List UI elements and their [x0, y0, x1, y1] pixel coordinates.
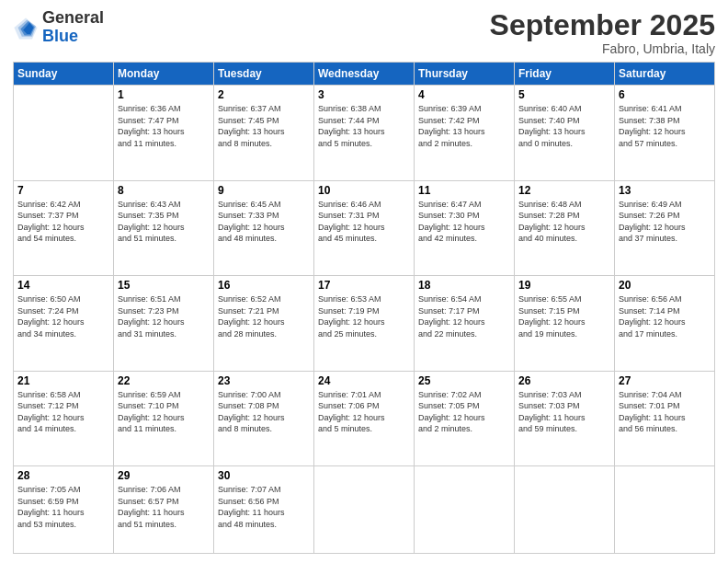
day-number: 15 — [118, 279, 210, 292]
day-number: 5 — [518, 88, 610, 101]
table-row: 30Sunrise: 7:07 AM Sunset: 6:56 PM Dayli… — [214, 466, 314, 554]
day-number: 18 — [418, 279, 510, 292]
table-row: 6Sunrise: 6:41 AM Sunset: 7:38 PM Daylig… — [615, 86, 715, 180]
logo: General Blue — [13, 9, 104, 46]
calendar-header-row: Sunday Monday Tuesday Wednesday Thursday… — [14, 63, 715, 86]
table-row: 19Sunrise: 6:55 AM Sunset: 7:15 PM Dayli… — [515, 276, 615, 371]
col-wednesday: Wednesday — [314, 63, 415, 86]
table-row: 29Sunrise: 7:06 AM Sunset: 6:57 PM Dayli… — [114, 466, 214, 554]
table-row: 27Sunrise: 7:04 AM Sunset: 7:01 PM Dayli… — [615, 371, 715, 465]
day-info: Sunrise: 6:37 AM Sunset: 7:45 PM Dayligh… — [218, 103, 310, 149]
day-info: Sunrise: 6:41 AM Sunset: 7:38 PM Dayligh… — [619, 103, 711, 149]
table-row: 2Sunrise: 6:37 AM Sunset: 7:45 PM Daylig… — [214, 86, 314, 180]
day-info: Sunrise: 6:45 AM Sunset: 7:33 PM Dayligh… — [218, 199, 310, 245]
day-number: 22 — [118, 374, 210, 387]
col-thursday: Thursday — [415, 63, 515, 86]
table-row: 1Sunrise: 6:36 AM Sunset: 7:47 PM Daylig… — [114, 86, 214, 180]
day-info: Sunrise: 7:03 AM Sunset: 7:03 PM Dayligh… — [518, 389, 610, 435]
day-info: Sunrise: 6:40 AM Sunset: 7:40 PM Dayligh… — [518, 103, 610, 149]
logo-icon — [13, 15, 39, 40]
day-info: Sunrise: 6:52 AM Sunset: 7:21 PM Dayligh… — [218, 293, 310, 339]
day-number: 3 — [318, 88, 410, 101]
table-row: 4Sunrise: 6:39 AM Sunset: 7:42 PM Daylig… — [415, 86, 515, 180]
day-number: 26 — [518, 374, 610, 387]
col-friday: Friday — [515, 63, 615, 86]
day-number: 30 — [218, 469, 310, 482]
day-info: Sunrise: 6:49 AM Sunset: 7:26 PM Dayligh… — [619, 199, 711, 245]
table-row: 24Sunrise: 7:01 AM Sunset: 7:06 PM Dayli… — [314, 371, 415, 465]
day-info: Sunrise: 6:42 AM Sunset: 7:37 PM Dayligh… — [17, 199, 109, 245]
table-row — [314, 466, 415, 554]
day-number: 6 — [619, 88, 711, 101]
page-header: General Blue September 2025 Fabro, Umbri… — [13, 9, 715, 56]
table-row — [415, 466, 515, 554]
day-info: Sunrise: 6:56 AM Sunset: 7:14 PM Dayligh… — [619, 293, 711, 339]
day-info: Sunrise: 6:55 AM Sunset: 7:15 PM Dayligh… — [518, 293, 610, 339]
day-info: Sunrise: 6:38 AM Sunset: 7:44 PM Dayligh… — [318, 103, 410, 149]
day-info: Sunrise: 6:58 AM Sunset: 7:12 PM Dayligh… — [17, 389, 109, 435]
month-title: September 2025 — [490, 9, 715, 41]
day-number: 4 — [418, 88, 510, 101]
table-row: 23Sunrise: 7:00 AM Sunset: 7:08 PM Dayli… — [214, 371, 314, 465]
table-row: 26Sunrise: 7:03 AM Sunset: 7:03 PM Dayli… — [515, 371, 615, 465]
table-row: 11Sunrise: 6:47 AM Sunset: 7:30 PM Dayli… — [415, 180, 515, 275]
table-row: 21Sunrise: 6:58 AM Sunset: 7:12 PM Dayli… — [14, 371, 114, 465]
table-row: 15Sunrise: 6:51 AM Sunset: 7:23 PM Dayli… — [114, 276, 214, 371]
day-number: 19 — [518, 279, 610, 292]
table-row: 8Sunrise: 6:43 AM Sunset: 7:35 PM Daylig… — [114, 180, 214, 275]
day-info: Sunrise: 6:51 AM Sunset: 7:23 PM Dayligh… — [118, 293, 210, 339]
day-info: Sunrise: 6:39 AM Sunset: 7:42 PM Dayligh… — [418, 103, 510, 149]
day-number: 25 — [418, 374, 510, 387]
day-info: Sunrise: 6:59 AM Sunset: 7:10 PM Dayligh… — [118, 389, 210, 435]
table-row: 25Sunrise: 7:02 AM Sunset: 7:05 PM Dayli… — [415, 371, 515, 465]
title-block: September 2025 Fabro, Umbria, Italy — [490, 9, 715, 56]
table-row — [615, 466, 715, 554]
day-info: Sunrise: 7:02 AM Sunset: 7:05 PM Dayligh… — [418, 389, 510, 435]
col-tuesday: Tuesday — [214, 63, 314, 86]
day-number: 10 — [318, 184, 410, 197]
day-number: 1 — [118, 88, 210, 101]
day-number: 16 — [218, 279, 310, 292]
day-number: 13 — [619, 184, 711, 197]
calendar-table: Sunday Monday Tuesday Wednesday Thursday… — [13, 62, 715, 554]
day-number: 2 — [218, 88, 310, 101]
day-info: Sunrise: 7:01 AM Sunset: 7:06 PM Dayligh… — [318, 389, 410, 435]
day-info: Sunrise: 7:07 AM Sunset: 6:56 PM Dayligh… — [218, 484, 310, 530]
day-info: Sunrise: 6:47 AM Sunset: 7:30 PM Dayligh… — [418, 199, 510, 245]
day-info: Sunrise: 6:46 AM Sunset: 7:31 PM Dayligh… — [318, 199, 410, 245]
table-row: 12Sunrise: 6:48 AM Sunset: 7:28 PM Dayli… — [515, 180, 615, 275]
day-number: 29 — [118, 469, 210, 482]
day-info: Sunrise: 7:00 AM Sunset: 7:08 PM Dayligh… — [218, 389, 310, 435]
location-subtitle: Fabro, Umbria, Italy — [490, 41, 715, 56]
table-row: 3Sunrise: 6:38 AM Sunset: 7:44 PM Daylig… — [314, 86, 415, 180]
col-saturday: Saturday — [615, 63, 715, 86]
day-info: Sunrise: 6:48 AM Sunset: 7:28 PM Dayligh… — [518, 199, 610, 245]
day-info: Sunrise: 6:54 AM Sunset: 7:17 PM Dayligh… — [418, 293, 510, 339]
day-number: 27 — [619, 374, 711, 387]
col-sunday: Sunday — [14, 63, 114, 86]
day-number: 23 — [218, 374, 310, 387]
day-info: Sunrise: 7:04 AM Sunset: 7:01 PM Dayligh… — [619, 389, 711, 435]
day-info: Sunrise: 7:06 AM Sunset: 6:57 PM Dayligh… — [118, 484, 210, 530]
table-row: 18Sunrise: 6:54 AM Sunset: 7:17 PM Dayli… — [415, 276, 515, 371]
day-number: 24 — [318, 374, 410, 387]
day-number: 20 — [619, 279, 711, 292]
day-info: Sunrise: 7:05 AM Sunset: 6:59 PM Dayligh… — [17, 484, 109, 530]
day-number: 7 — [17, 184, 109, 197]
day-number: 14 — [17, 279, 109, 292]
day-number: 11 — [418, 184, 510, 197]
day-info: Sunrise: 6:36 AM Sunset: 7:47 PM Dayligh… — [118, 103, 210, 149]
logo-general-text: General — [42, 9, 104, 28]
table-row: 10Sunrise: 6:46 AM Sunset: 7:31 PM Dayli… — [314, 180, 415, 275]
table-row: 9Sunrise: 6:45 AM Sunset: 7:33 PM Daylig… — [214, 180, 314, 275]
logo-blue-text: Blue — [42, 28, 104, 46]
table-row — [14, 86, 114, 180]
table-row — [515, 466, 615, 554]
table-row: 7Sunrise: 6:42 AM Sunset: 7:37 PM Daylig… — [14, 180, 114, 275]
day-info: Sunrise: 6:50 AM Sunset: 7:24 PM Dayligh… — [17, 293, 109, 339]
table-row: 28Sunrise: 7:05 AM Sunset: 6:59 PM Dayli… — [14, 466, 114, 554]
day-number: 12 — [518, 184, 610, 197]
table-row: 13Sunrise: 6:49 AM Sunset: 7:26 PM Dayli… — [615, 180, 715, 275]
day-number: 8 — [118, 184, 210, 197]
day-info: Sunrise: 6:43 AM Sunset: 7:35 PM Dayligh… — [118, 199, 210, 245]
